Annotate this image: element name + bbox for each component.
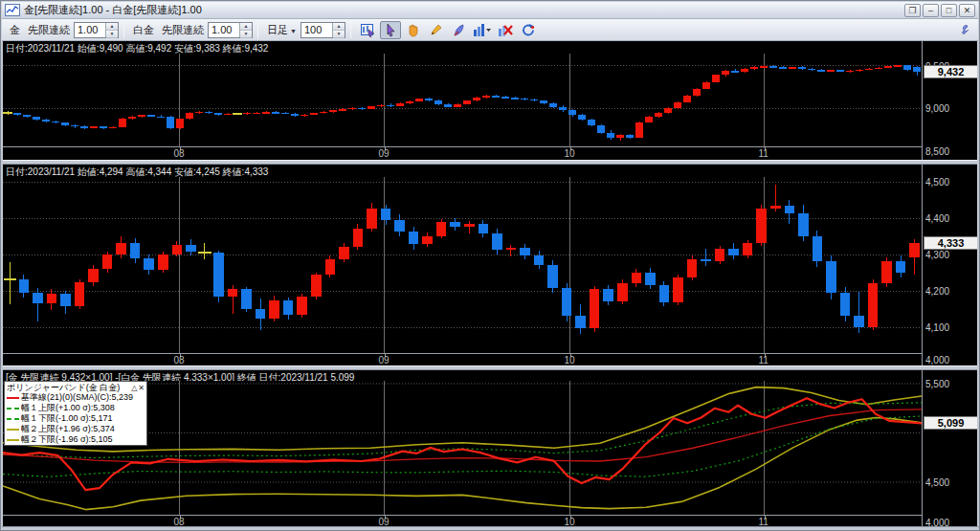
- instrument1-multiplier-spinner[interactable]: 1.00 ▲▼: [74, 22, 119, 38]
- spinner-arrows[interactable]: ▲▼: [332, 23, 345, 37]
- x-tick-label: 11: [759, 148, 768, 159]
- instrument1-multiplier-value[interactable]: 1.00: [75, 24, 105, 35]
- y-tick-label: 4,000: [925, 355, 949, 365]
- y-tick-label: 4,500: [925, 177, 949, 188]
- legend-line-swatch: [7, 439, 19, 441]
- period-count-value[interactable]: 100: [301, 24, 332, 35]
- title-bar[interactable]: 金[先限連続]1.00 - 白金[先限連続]1.00 ❐ – □ ✕: [2, 2, 978, 19]
- legend-line-swatch: [7, 418, 19, 420]
- settings-button[interactable]: [952, 21, 973, 39]
- spin-down-icon[interactable]: ▼: [333, 31, 345, 38]
- legend-close-icon[interactable]: ✕: [138, 384, 145, 392]
- window-title: 金[先限連続]1.00 - 白金[先限連続]1.00: [24, 3, 902, 17]
- spread-bollinger-current-price-label: 5,099: [924, 416, 978, 430]
- app-window: 金[先限連続]1.00 - 白金[先限連続]1.00 ❐ – □ ✕ 金 先限連…: [0, 0, 980, 531]
- minimize-button[interactable]: –: [923, 4, 939, 17]
- spin-down-icon[interactable]: ▼: [106, 31, 118, 38]
- select-cursor-icon: [384, 23, 397, 37]
- x-tick-label: 09: [379, 148, 390, 159]
- y-tick-label: 8,500: [925, 146, 949, 157]
- gold-candlestick-chart[interactable]: [3, 54, 922, 146]
- spin-down-icon[interactable]: ▼: [240, 31, 252, 38]
- toolbar-separator: [123, 21, 124, 38]
- float-window-button[interactable]: ❐: [904, 4, 921, 17]
- spread-chart-panel: [金 先限連続 9,432×1.00] -[白金 先限連続 4,333×1.00…: [3, 370, 979, 528]
- platinum-chart-panel: 日付:2023/11/21 始値:4,294 高値:4,344 安値:4,245…: [3, 165, 979, 365]
- chevron-down-icon: ▼: [290, 28, 297, 34]
- x-tick-label: 08: [174, 355, 185, 365]
- x-tick-label: 08: [174, 148, 185, 159]
- platinum-y-axis: 4,5004,4004,3004,2004,1004,0004,333: [922, 165, 979, 365]
- platinum-current-price-label: 4,333: [924, 236, 978, 250]
- y-tick-label: 9,000: [925, 103, 949, 114]
- quill-icon: [452, 23, 466, 37]
- window-controls: ❐ – □ ✕: [902, 4, 975, 17]
- delete-indicator-button[interactable]: [495, 21, 516, 39]
- period-count-spinner[interactable]: 100 ▲▼: [301, 22, 345, 38]
- draw-pencil-button[interactable]: [426, 21, 447, 39]
- window-frame-bottom: [2, 526, 980, 530]
- x-tick-label: 09: [379, 355, 390, 365]
- gold-x-axis: 08091011: [3, 146, 922, 160]
- y-tick-label: 4,100: [925, 322, 949, 333]
- select-cursor-button[interactable]: [380, 21, 401, 39]
- instrument2-label: 白金: [133, 23, 154, 37]
- platinum-candlestick-chart[interactable]: [3, 177, 922, 353]
- chart-app-icon: [5, 4, 20, 16]
- gold-current-price-label: 9,432: [924, 65, 978, 78]
- spinner-arrows[interactable]: ▲▼: [239, 23, 252, 37]
- bollinger-legend[interactable]: ボリンジャーバンド(金 白金) △ ✕ 基準線(21)(0)(SMA)(C):5…: [4, 381, 147, 446]
- spin-up-icon[interactable]: ▲: [240, 23, 252, 31]
- legend-item-label: 幅２下限(-1.96 σ):5,105: [21, 433, 113, 446]
- toolbar-separator: [257, 21, 258, 38]
- legend-items: 基準線(21)(0)(SMA)(C):5,239幅１上限(+1.00 σ):5,…: [5, 392, 146, 445]
- window-frame-right: [977, 41, 979, 528]
- spin-up-icon[interactable]: ▲: [106, 23, 118, 31]
- period-type-dropdown[interactable]: 日足▼: [267, 23, 297, 37]
- pan-hand-button[interactable]: [403, 21, 424, 39]
- instrument2-series-label: 先限連続: [162, 23, 204, 37]
- x-tick-label: 10: [565, 148, 575, 159]
- legend-line-swatch: [7, 397, 19, 399]
- close-button[interactable]: ✕: [959, 4, 975, 17]
- y-tick-label: 5,500: [925, 379, 949, 389]
- draw-quill-button[interactable]: [449, 21, 470, 39]
- spinner-arrows[interactable]: ▲▼: [105, 23, 118, 37]
- chart-type-button[interactable]: [472, 21, 493, 39]
- wrench-icon: [956, 23, 970, 37]
- x-tick-label: 10: [565, 355, 575, 365]
- refresh-button[interactable]: [518, 21, 539, 39]
- y-tick-label: 4,500: [925, 477, 949, 488]
- y-tick-label: 4,300: [925, 250, 949, 260]
- toolbar-separator: [350, 21, 351, 38]
- y-tick-label: 4,400: [925, 213, 949, 224]
- legend-line-swatch: [7, 429, 19, 431]
- chart-root: 日付:2023/11/21 始値:9,490 高値:9,492 安値:9,383…: [3, 41, 979, 528]
- bar-chart-icon: [473, 23, 492, 37]
- delete-x-icon: [498, 23, 513, 37]
- window-frame-left: [1, 41, 3, 528]
- instrument1-series-label: 先限連続: [28, 23, 70, 37]
- instrument2-multiplier-value[interactable]: 1.00: [209, 24, 239, 35]
- spin-up-icon[interactable]: ▲: [333, 23, 345, 31]
- platinum-x-axis: 08091011: [3, 353, 922, 365]
- y-tick-label: 4,200: [925, 286, 949, 297]
- legend-line-swatch: [7, 408, 19, 409]
- pencil-icon: [429, 23, 443, 37]
- x-tick-label: 11: [759, 355, 768, 365]
- maximize-button[interactable]: □: [941, 4, 957, 17]
- instrument1-label: 金: [10, 23, 20, 37]
- instrument2-multiplier-spinner[interactable]: 1.00 ▲▼: [208, 22, 253, 38]
- spread-y-axis: 5,5004,5004,0005,099: [922, 370, 979, 528]
- gold-y-axis: 9,5009,0008,5009,432: [922, 41, 979, 160]
- hand-icon: [406, 23, 420, 37]
- gold-chart-panel: 日付:2023/11/21 始値:9,490 高値:9,492 安値:9,383…: [3, 41, 979, 160]
- toolbar: 金 先限連続 1.00 ▲▼ 白金 先限連続 1.00 ▲▼ 日足▼ 100 ▲…: [2, 19, 978, 41]
- chart-cursor-tool-button[interactable]: [357, 21, 378, 39]
- legend-item: 幅２下限(-1.96 σ):5,105: [5, 434, 146, 445]
- chart-cursor-icon: [360, 23, 375, 37]
- refresh-icon: [521, 23, 536, 37]
